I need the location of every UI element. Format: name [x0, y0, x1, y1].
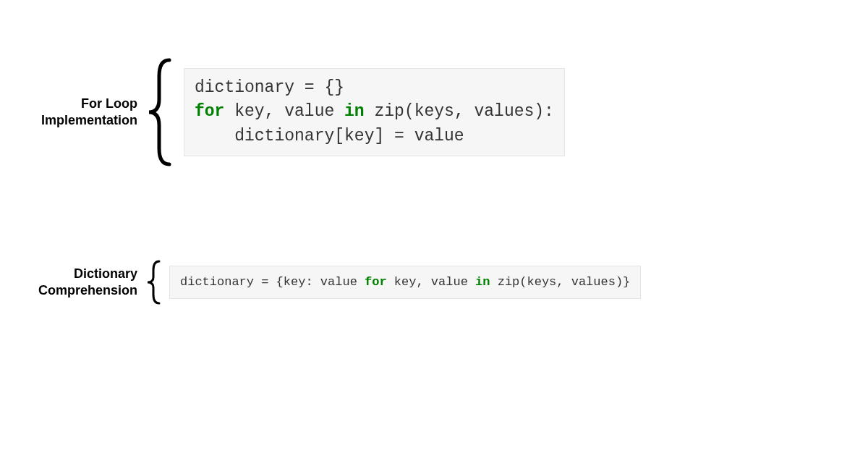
- keyword-in: in: [344, 102, 365, 121]
- for-loop-label: For Loop Implementation: [22, 96, 137, 130]
- curly-brace-icon: [142, 257, 163, 308]
- code-text: dictionary = {}: [195, 78, 344, 97]
- code-text: key, value: [224, 102, 344, 121]
- brace-large: [142, 54, 178, 170]
- brace-small: [142, 257, 163, 308]
- curly-brace-icon: [142, 54, 178, 170]
- keyword-in: in: [475, 275, 490, 289]
- code-text: dictionary[key] = value: [195, 127, 464, 145]
- for-loop-code-block: dictionary = {} for key, value in zip(ke…: [184, 68, 565, 156]
- code-text: dictionary = {key: value: [180, 275, 365, 289]
- for-loop-section: For Loop Implementation dictionary = {} …: [22, 54, 565, 170]
- keyword-for: for: [365, 275, 387, 289]
- dict-comprehension-section: Dictionary Comprehension dictionary = {k…: [22, 257, 641, 308]
- dict-comprehension-code-block: dictionary = {key: value for key, value …: [169, 266, 641, 299]
- keyword-for: for: [195, 102, 224, 121]
- dict-comprehension-label: Dictionary Comprehension: [22, 266, 137, 300]
- code-text: zip(keys, values)}: [490, 275, 630, 289]
- code-text: key, value: [387, 275, 475, 289]
- code-text: zip(keys, values):: [365, 102, 554, 121]
